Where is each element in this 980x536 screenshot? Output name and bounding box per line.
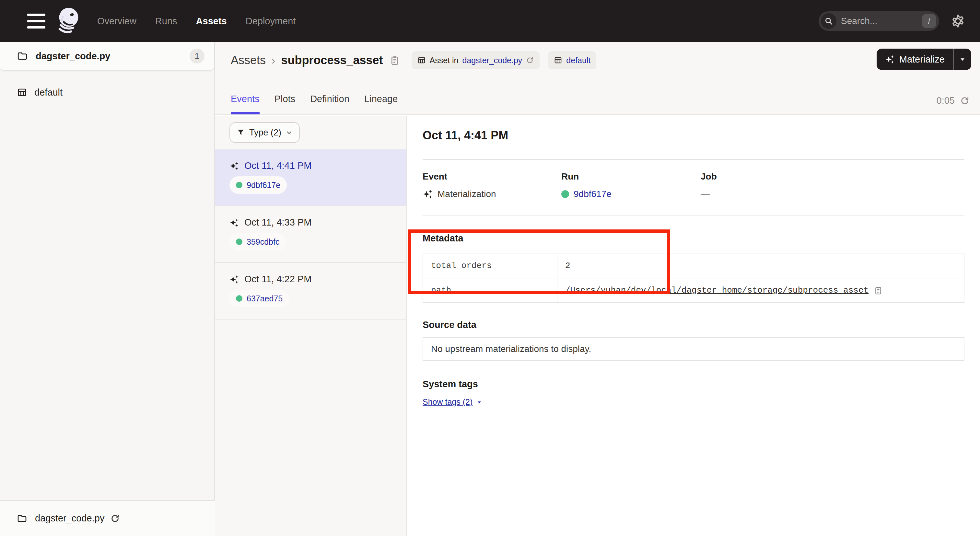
event-column-label: Event [423, 172, 561, 182]
search-shortcut-badge: / [922, 14, 936, 28]
run-column-label: Run [561, 172, 701, 182]
asset-location-tag: Asset in dagster_code.py [412, 51, 540, 69]
metadata-table: total_orders 2 path /Users/yuhan/dev/loc… [423, 253, 964, 303]
sidebar-item-default-group[interactable]: default [0, 80, 214, 105]
asset-group-tag: default [548, 51, 596, 69]
sparkle-icon [885, 54, 895, 64]
folder-icon [17, 51, 28, 62]
event-date: Oct 11, 4:22 PM [244, 274, 312, 285]
source-data-heading: Source data [423, 320, 964, 330]
reload-icon[interactable] [110, 514, 120, 523]
event-date: Oct 11, 4:33 PM [244, 217, 312, 228]
table-row: path /Users/yuhan/dev/local/dagster_home… [423, 278, 964, 302]
show-tags-toggle[interactable]: Show tags (2) [423, 397, 483, 407]
type-filter-button[interactable]: Type (2) [229, 122, 300, 143]
run-chip[interactable]: 637aed75 [229, 290, 289, 307]
caret-down-icon [476, 399, 483, 406]
nav-item-overview[interactable]: Overview [97, 16, 137, 27]
asset-group-icon [554, 56, 562, 65]
event-list-item[interactable]: Oct 11, 4:22 PM 637aed75 [215, 263, 406, 320]
tab-lineage[interactable]: Lineage [364, 94, 398, 115]
materialization-sparkle-icon [229, 275, 239, 284]
search-bar[interactable]: / [819, 11, 939, 31]
event-list-item[interactable]: Oct 11, 4:41 PM 9dbf617e [215, 150, 406, 206]
run-status-dot [236, 295, 242, 302]
show-tags-label: Show tags (2) [423, 397, 473, 407]
sidebar: dagster_code.py 1 default dagster_code.p… [0, 42, 215, 536]
run-id-link: 637aed75 [247, 294, 283, 303]
metadata-value: 2 [565, 261, 570, 270]
materialize-split-button: Materialize [877, 49, 971, 70]
footer-repo-label: dagster_code.py [35, 513, 104, 524]
tab-events[interactable]: Events [231, 94, 259, 115]
breadcrumb-separator: › [272, 54, 275, 67]
run-status-dot [561, 190, 569, 198]
dagster-logo[interactable] [54, 6, 83, 36]
copy-asset-name-icon[interactable] [390, 55, 400, 65]
event-detail-panel: Oct 11, 4:41 PM Event Materialization Ru… [408, 116, 980, 536]
source-data-empty-text: No upstream materializations to display. [431, 344, 591, 354]
asset-header: Assets › subprocess_asset Asset in dagst… [215, 42, 980, 115]
primary-nav: Overview Runs Assets Deployment [97, 16, 296, 27]
job-column-label: Job [701, 172, 840, 182]
nav-item-deployment[interactable]: Deployment [246, 16, 296, 27]
copy-path-icon[interactable] [874, 286, 883, 295]
group-label: default [34, 87, 62, 98]
tag-prefix: Asset in [430, 56, 458, 65]
asset-tabs: Events Plots Definition Lineage [231, 94, 398, 115]
repo-label: dagster_code.py [36, 51, 189, 62]
system-tags-heading: System tags [423, 379, 964, 390]
search-icon [821, 13, 837, 29]
funnel-icon [237, 128, 245, 137]
event-list-item[interactable]: Oct 11, 4:33 PM 359cdbfc [215, 206, 406, 263]
filter-label: Type (2) [249, 128, 281, 138]
code-location-link[interactable]: dagster_code.py [463, 56, 522, 65]
refresh-timer: 0:05 [937, 95, 970, 106]
chevron-down-icon [285, 129, 293, 136]
group-link[interactable]: default [566, 56, 590, 65]
tab-definition[interactable]: Definition [310, 94, 349, 115]
event-date: Oct 11, 4:41 PM [244, 161, 312, 171]
nav-item-assets[interactable]: Assets [196, 16, 227, 27]
metadata-key: total_orders [431, 261, 492, 270]
event-list-panel: Type (2) Oct 11, 4:41 PM 9dbf617e Oct 11… [215, 116, 407, 536]
run-id-link[interactable]: 9dbf617e [574, 189, 611, 199]
asset-group-icon [17, 87, 27, 97]
run-status-dot [236, 239, 242, 245]
breadcrumb-assets-link[interactable]: Assets [231, 54, 266, 67]
metadata-path-link[interactable]: /Users/yuhan/dev/local/dagster_home/stor… [565, 286, 869, 295]
run-chip[interactable]: 9dbf617e [229, 176, 287, 194]
event-detail-title: Oct 11, 4:41 PM [423, 129, 964, 142]
source-data-box: No upstream materializations to display. [423, 337, 964, 361]
repo-count-badge: 1 [189, 49, 205, 64]
event-type-value: Materialization [438, 189, 496, 199]
run-chip[interactable]: 359cdbfc [229, 233, 286, 250]
search-input[interactable] [841, 16, 922, 26]
materialize-label: Materialize [899, 54, 945, 65]
breadcrumb: Assets › subprocess_asset Asset in dagst… [231, 51, 596, 69]
asset-grid-icon [417, 56, 426, 65]
settings-gear-icon[interactable] [950, 13, 966, 29]
menu-icon[interactable] [27, 14, 45, 29]
table-row: total_orders 2 [423, 253, 964, 278]
materialization-sparkle-icon [229, 161, 239, 171]
tab-plots[interactable]: Plots [275, 94, 295, 115]
materialization-sparkle-icon [229, 218, 239, 227]
metadata-heading: Metadata [423, 233, 964, 244]
run-status-dot [236, 182, 242, 188]
sidebar-footer: dagster_code.py [0, 500, 215, 536]
reload-location-icon[interactable] [526, 56, 534, 64]
run-id-link: 359cdbfc [247, 237, 279, 247]
metadata-key: path [431, 286, 451, 295]
refresh-icon[interactable] [960, 96, 970, 106]
sidebar-item-repo[interactable]: dagster_code.py 1 [0, 42, 214, 71]
caret-down-icon [958, 55, 967, 64]
timer-value: 0:05 [937, 95, 955, 106]
materialization-sparkle-icon [423, 189, 433, 199]
top-nav: Overview Runs Assets Deployment / [0, 0, 980, 42]
nav-item-runs[interactable]: Runs [155, 16, 177, 27]
job-empty-value: — [701, 189, 710, 199]
run-id-link: 9dbf617e [247, 180, 280, 190]
materialize-button[interactable]: Materialize [877, 49, 953, 70]
materialize-dropdown-button[interactable] [953, 49, 971, 70]
